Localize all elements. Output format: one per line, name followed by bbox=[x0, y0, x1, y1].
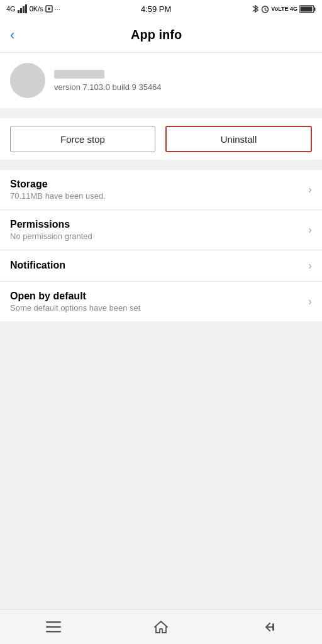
bottom-nav bbox=[0, 609, 322, 644]
storage-item[interactable]: Storage 70.11MB have been used. › bbox=[0, 170, 322, 210]
app-name-blurred bbox=[54, 70, 104, 79]
status-bar: 4G 0K/s ··· 4:59 PM VoLTE 4G bbox=[0, 0, 322, 18]
divider-2 bbox=[0, 165, 322, 170]
status-left: 4G 0K/s ··· bbox=[6, 4, 60, 13]
svg-rect-11 bbox=[314, 8, 316, 11]
svg-rect-3 bbox=[25, 4, 27, 13]
signal-text: 4G bbox=[6, 5, 16, 13]
status-right: VoLTE 4G bbox=[252, 4, 316, 13]
app-info-section: version 7.103.0 build 9 35464 bbox=[0, 53, 322, 108]
svg-rect-0 bbox=[18, 10, 19, 13]
notification-text: Notification bbox=[10, 260, 303, 272]
storage-text: Storage 70.11MB have been used. bbox=[10, 179, 303, 201]
hamburger-icon bbox=[46, 621, 61, 633]
open-by-default-title: Open by default bbox=[10, 291, 303, 302]
storage-title: Storage bbox=[10, 179, 303, 190]
divider-1 bbox=[0, 113, 322, 118]
status-time: 4:59 PM bbox=[141, 4, 171, 14]
screen-record-icon bbox=[45, 5, 53, 13]
svg-rect-1 bbox=[20, 8, 22, 13]
dots-icon: ··· bbox=[55, 5, 60, 13]
force-stop-button[interactable]: Force stop bbox=[10, 126, 155, 152]
home-nav-button[interactable] bbox=[146, 612, 176, 642]
signal-icon bbox=[18, 4, 28, 13]
svg-rect-2 bbox=[23, 6, 25, 13]
volte-lte-label: VoLTE 4G bbox=[271, 6, 297, 12]
battery-icon bbox=[299, 5, 316, 13]
back-button[interactable]: ‹ bbox=[10, 28, 14, 42]
storage-subtitle: 70.11MB have been used. bbox=[10, 191, 303, 201]
permissions-text: Permissions No permission granted bbox=[10, 219, 303, 241]
home-icon bbox=[153, 619, 169, 635]
open-by-default-chevron-icon: › bbox=[308, 295, 312, 308]
svg-rect-15 bbox=[272, 623, 274, 631]
data-speed: 0K/s bbox=[30, 5, 43, 13]
bluetooth-icon bbox=[252, 4, 259, 13]
settings-list: Storage 70.11MB have been used. › Permis… bbox=[0, 170, 322, 321]
notification-item[interactable]: Notification › bbox=[0, 250, 322, 282]
svg-point-5 bbox=[48, 8, 50, 10]
svg-rect-14 bbox=[46, 631, 61, 633]
app-icon bbox=[10, 63, 45, 98]
button-row: Force stop Uninstall bbox=[0, 118, 322, 160]
open-by-default-text: Open by default Some default options hav… bbox=[10, 291, 303, 313]
permissions-title: Permissions bbox=[10, 219, 303, 230]
app-version: version 7.103.0 build 9 35464 bbox=[54, 82, 162, 92]
alarm-icon bbox=[261, 5, 269, 13]
svg-line-8 bbox=[265, 9, 267, 11]
uninstall-button[interactable]: Uninstall bbox=[165, 126, 312, 152]
notification-title: Notification bbox=[10, 260, 303, 271]
permissions-chevron-icon: › bbox=[308, 223, 312, 236]
back-icon bbox=[261, 619, 276, 635]
svg-rect-12 bbox=[46, 621, 61, 623]
permissions-item[interactable]: Permissions No permission granted › bbox=[0, 210, 322, 250]
back-nav-button[interactable] bbox=[253, 612, 284, 642]
top-bar: ‹ App info bbox=[0, 18, 322, 53]
app-details: version 7.103.0 build 9 35464 bbox=[54, 70, 162, 92]
page-title: App info bbox=[25, 28, 288, 42]
menu-nav-button[interactable] bbox=[38, 612, 69, 642]
svg-rect-13 bbox=[46, 626, 61, 628]
open-by-default-subtitle: Some default options have been set bbox=[10, 303, 303, 313]
notification-chevron-icon: › bbox=[308, 259, 312, 272]
permissions-subtitle: No permission granted bbox=[10, 231, 303, 241]
open-by-default-item[interactable]: Open by default Some default options hav… bbox=[0, 282, 322, 321]
storage-chevron-icon: › bbox=[308, 183, 312, 196]
svg-rect-10 bbox=[301, 6, 313, 11]
